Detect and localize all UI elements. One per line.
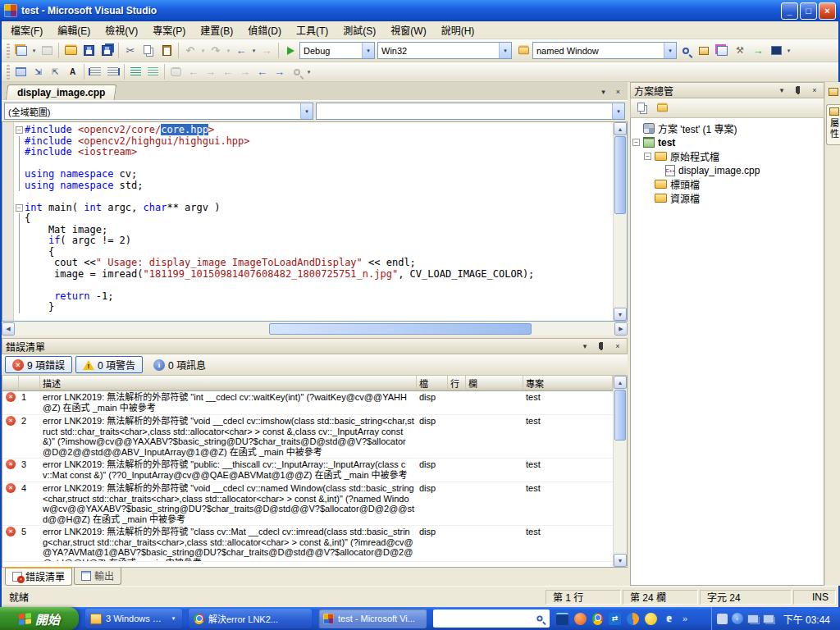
error-row[interactable]: ×5error LNK2019: 無法解析的外部符號 "class cv::Ma…	[2, 526, 613, 562]
tab-display-image-cpp[interactable]: display_image.cpp	[6, 84, 117, 100]
property-pages-button[interactable]	[695, 42, 713, 60]
find-input[interactable]	[533, 46, 664, 56]
new-project-dropdown[interactable]: ▾	[30, 48, 38, 54]
member-dropdown[interactable]: ▾	[612, 103, 624, 119]
editor-horizontal-scrollbar[interactable]: ◀ ▶	[2, 322, 628, 336]
solution-explorer-window-menu[interactable]: ▾	[776, 84, 788, 96]
menu-item[interactable]: 工具(T)	[289, 21, 336, 39]
taskbar-button-chrome[interactable]: 解決error LNK2...	[189, 609, 312, 628]
new-project-button[interactable]	[12, 42, 30, 60]
redo-dropdown[interactable]: ▾	[225, 48, 232, 54]
menu-item[interactable]: 偵錯(D)	[240, 21, 289, 39]
error-row[interactable]: ×4error LNK2019: 無法解析的外部符號 "void __cdecl…	[2, 482, 613, 526]
minimize-button[interactable]: _	[781, 2, 798, 20]
prev-bookmark-doc-button[interactable]: ←	[253, 64, 271, 80]
messages-toggle[interactable]: i 0 項訊息	[146, 356, 213, 373]
add-item-button[interactable]	[38, 42, 56, 60]
error-row[interactable]: ×2error LNK2019: 無法解析的外部符號 "void __cdecl…	[2, 415, 613, 459]
solution-explorer-pin-button[interactable]	[792, 84, 804, 96]
toolbar-grip[interactable]	[7, 43, 10, 58]
platform-dropdown[interactable]: ▾	[499, 43, 511, 58]
comment-button[interactable]	[127, 64, 144, 80]
tree-folder-source[interactable]: − 原始程式檔	[632, 149, 822, 163]
save-button[interactable]	[80, 42, 98, 60]
error-list-scrollbar[interactable]: ▲ ▼	[613, 376, 627, 567]
clear-bookmarks-button[interactable]	[288, 64, 305, 80]
redo-button[interactable]: ↷	[207, 42, 225, 60]
find-symbol-button[interactable]	[677, 42, 695, 60]
prev-bookmark-button[interactable]: ←	[185, 64, 202, 80]
menu-item[interactable]: 專案(P)	[145, 21, 193, 39]
tree-folder-resources[interactable]: 資源檔	[632, 191, 822, 205]
error-scroll-thumb[interactable]	[614, 390, 626, 441]
header-project[interactable]: 專案	[523, 376, 613, 390]
menu-item[interactable]: 檢視(V)	[98, 21, 145, 39]
open-file-button[interactable]	[62, 42, 80, 60]
run-button[interactable]: →	[749, 42, 767, 60]
configuration-combo[interactable]: Debug ▾	[299, 42, 375, 59]
next-bookmark-doc-button[interactable]: →	[271, 64, 288, 80]
uncomment-button[interactable]	[144, 64, 162, 80]
outline-collapse-box[interactable]: −	[16, 204, 23, 212]
scroll-right-button[interactable]: ▶	[614, 322, 628, 336]
increase-indent-button[interactable]	[104, 64, 121, 80]
error-scroll-down[interactable]: ▼	[614, 554, 627, 567]
next-bookmark-button[interactable]: →	[202, 64, 219, 80]
solution-explorer-close-button[interactable]: ×	[809, 84, 820, 96]
teamviewer-icon[interactable]: ⇄	[609, 613, 621, 625]
editor-vertical-scrollbar[interactable]: ▲ ▼	[613, 122, 627, 321]
toolbar-options-2[interactable]: ▾	[305, 69, 313, 75]
error-list-close-button[interactable]: ×	[612, 340, 623, 352]
internet-explorer-icon[interactable]: e	[663, 613, 675, 625]
media-player-icon[interactable]	[627, 613, 639, 625]
menu-item[interactable]: 說明(H)	[434, 21, 482, 39]
smiley-app-icon[interactable]	[645, 613, 657, 625]
ime-tray-icon[interactable]	[717, 614, 728, 624]
tab-output[interactable]: 輸出	[74, 568, 121, 585]
scroll-down-button[interactable]: ▼	[614, 308, 627, 321]
navigate-back-dropdown[interactable]: ▾	[250, 48, 258, 54]
save-all-button[interactable]	[98, 42, 116, 60]
network-tray-icon-2[interactable]	[763, 614, 774, 623]
network-tray-icon[interactable]	[747, 614, 759, 623]
taskbar-button-visual-studio[interactable]: test - Microsoft Vi...	[318, 609, 427, 628]
copy-button[interactable]	[139, 42, 158, 60]
platform-combo[interactable]: Win32 ▾	[377, 42, 512, 59]
header-number-col[interactable]	[19, 376, 40, 390]
chrome-quicklaunch-icon[interactable]	[592, 613, 603, 625]
properties-button[interactable]	[634, 100, 651, 116]
menu-item[interactable]: 視窗(W)	[383, 21, 433, 39]
cut-button[interactable]: ✂	[121, 42, 139, 60]
header-file[interactable]: 檔	[417, 376, 448, 390]
collapse-box[interactable]: −	[632, 139, 640, 146]
quick-launch-overflow[interactable]: »	[682, 614, 687, 623]
menu-item[interactable]: 檔案(F)	[3, 21, 50, 39]
header-line[interactable]: 行	[448, 376, 466, 390]
undo-dropdown[interactable]: ▾	[199, 48, 207, 54]
outline-collapse-box[interactable]: −	[16, 126, 23, 134]
orange-app-icon[interactable]	[574, 613, 587, 625]
next-bookmark-folder-button[interactable]: →	[236, 64, 253, 80]
collapse-box[interactable]: −	[644, 153, 651, 160]
maximize-button[interactable]: □	[800, 2, 817, 20]
command-window-button[interactable]	[767, 42, 785, 60]
parameter-info-button[interactable]: ⇱	[47, 64, 64, 80]
header-description[interactable]: 描述	[40, 376, 417, 390]
menu-item[interactable]: 建置(B)	[193, 21, 240, 39]
editor-dropdown-button[interactable]: ▾	[597, 85, 609, 98]
tree-folder-headers[interactable]: 標頭檔	[632, 177, 822, 191]
tree-file-display-image[interactable]: C++ display_image.cpp	[632, 163, 822, 177]
decrease-indent-button[interactable]	[87, 64, 104, 80]
scroll-left-button[interactable]: ◀	[2, 322, 15, 336]
horizontal-scroll-thumb[interactable]	[269, 323, 532, 335]
breakpoint-margin[interactable]	[2, 122, 14, 321]
scope-combo[interactable]: (全域範圍) ▾	[4, 103, 313, 120]
errors-toggle[interactable]: × 9 項錯誤	[5, 356, 72, 373]
quick-info-button[interactable]: A	[64, 64, 81, 80]
scope-dropdown[interactable]: ▾	[300, 103, 313, 119]
hide-tray-icons-button[interactable]: ‹	[732, 613, 743, 624]
taskbar-search-input[interactable]	[433, 614, 536, 623]
configuration-dropdown[interactable]: ▾	[362, 43, 374, 58]
member-list-button[interactable]	[12, 64, 30, 80]
tree-project-test[interactable]: − test	[632, 135, 822, 149]
